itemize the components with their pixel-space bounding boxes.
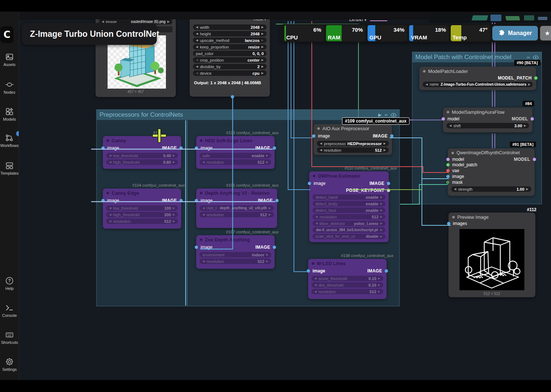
- node-image-resize[interactable]: mask ▾ ◀width2048▶ ◀height2048▶ ◀upscale…: [190, 15, 270, 97]
- sidebar-item-settings[interactable]: Settings: [0, 357, 19, 372]
- widget-detect-face[interactable]: detect_faceenable▶: [313, 207, 385, 213]
- widget-strength[interactable]: ◀strength1.00▶: [451, 186, 531, 192]
- image-output-port[interactable]: [385, 269, 388, 273]
- widget-shift[interactable]: ◀shift3.00▶: [446, 123, 529, 128]
- mask-input-port[interactable]: [446, 181, 449, 184]
- minimap[interactable]: [428, 13, 551, 23]
- group-title: Preprocessors for ControlNets: [100, 111, 375, 119]
- widget-width[interactable]: ◀width2048▶: [193, 24, 267, 30]
- node-title: ModelSamplingAuraFlow: [452, 109, 505, 115]
- widget-keep-proportion[interactable]: ◀keep_proportionresize▶: [193, 44, 267, 50]
- node-id-label: #103 comfyui_controlnet_aux: [226, 131, 279, 135]
- model-output-port[interactable]: [531, 117, 534, 121]
- image-input-port[interactable]: [195, 199, 198, 202]
- widget-resolution[interactable]: ◀resolution512▶: [106, 218, 178, 224]
- widget-scale-stick[interactable]: scale_stick_for_xinsr_cndisable▶: [313, 234, 385, 239]
- node-preview-image[interactable]: Preview Image images: [449, 213, 535, 297]
- widget-environment[interactable]: environmentindoor▶: [199, 252, 271, 257]
- gpu-meter: GPU 34%: [368, 25, 407, 41]
- image-output-port[interactable]: [179, 199, 183, 202]
- image-input-port[interactable]: [308, 182, 311, 185]
- widget-score-threshold[interactable]: ◀score_threshold0.10▶: [311, 276, 383, 281]
- widget-resolution[interactable]: ◀resolution512▶: [311, 289, 383, 294]
- image-output-port[interactable]: [231, 95, 234, 98]
- widget-resolution[interactable]: ◀resolution512▶: [313, 214, 385, 220]
- image-input-port[interactable]: [101, 147, 105, 150]
- image-output-port[interactable]: [273, 147, 276, 150]
- widget-low-threshold[interactable]: ◀low_threshold0.40▶: [106, 153, 178, 158]
- node-depth-anything-v2[interactable]: Depth Anything V2 - Relative image IMAGE…: [196, 189, 277, 228]
- widget-crop-position[interactable]: ◀crop_positioncenter▶: [193, 57, 267, 63]
- image-input-port[interactable]: [195, 147, 198, 150]
- sidebar-item-help[interactable]: ? Help: [0, 276, 19, 291]
- sidebar-item-console[interactable]: Console: [0, 303, 19, 318]
- widget-upscale-method[interactable]: ◀upscale_methodlanczos▶: [193, 38, 267, 43]
- widget-preprocessor[interactable]: ◀preprocessorHEDPreprocessor▶: [317, 141, 389, 146]
- sidebar-item-assets[interactable]: Assets: [0, 53, 19, 67]
- image-output-port[interactable]: [179, 147, 183, 150]
- link-icon[interactable]: ∞: [527, 55, 530, 60]
- favorites-button[interactable]: ★: [540, 26, 551, 40]
- model-patch-input-port[interactable]: [446, 163, 450, 167]
- sidebar-item-workflows[interactable]: 1 Workflows: [0, 133, 19, 148]
- node-qwen-diffsynth-controlnet[interactable]: QwenImageDiffsynthControlnet model MODEL…: [448, 148, 535, 196]
- widget-resolution[interactable]: ◀resolution512▶: [199, 259, 271, 264]
- image-input-port[interactable]: [446, 175, 450, 178]
- manager-button[interactable]: Manager: [492, 26, 538, 40]
- widget-dist-threshold[interactable]: ◀dist_threshold0.10▶: [311, 282, 383, 288]
- node-hed-softedge[interactable]: HED Soft-Edge Lines image IMAGE safeenab…: [196, 136, 275, 169]
- sidebar-item-shortcuts[interactable]: Shortcuts: [0, 330, 19, 345]
- run-group-icon[interactable]: ▶: [378, 112, 381, 117]
- widget-device[interactable]: ◀devicecpu▶: [193, 70, 267, 76]
- widget-safe[interactable]: safeenable▶: [199, 153, 271, 158]
- widget-model-name[interactable]: ◀nameZ-Image-Turbo-Fun-Controlnet-Union.…: [423, 82, 533, 87]
- widget-bbox-detector[interactable]: ◀bbox_detectoryolox_l.onnx▶: [313, 221, 385, 226]
- vae-input-port[interactable]: [446, 169, 450, 172]
- widget-resolution[interactable]: ◀resolution512▶: [199, 159, 271, 165]
- next-arrow-icon[interactable]: ▶: [167, 20, 170, 23]
- widget-resolution[interactable]: ◀resolution512▶: [317, 147, 389, 153]
- eye-icon[interactable]: [533, 55, 539, 59]
- widget-pad-color[interactable]: pad_color0, 0, 0: [193, 51, 267, 56]
- widget-height[interactable]: ◀height2048▶: [193, 31, 267, 36]
- image-input-port[interactable]: [101, 199, 105, 202]
- node-model-patch-loader[interactable]: ModelPatchLoader MODEL_PATCH ◀nameZ-Imag…: [419, 67, 536, 90]
- image-input-port[interactable]: [195, 246, 198, 249]
- widget-ckpt-name[interactable]: ◀ckpt_ndepth_anything_v2_vitl.pth▶: [199, 205, 274, 211]
- widget-detect-body[interactable]: detect_bodyenable▶: [313, 201, 385, 206]
- image-output-port[interactable]: [275, 199, 279, 202]
- widget-high-threshold[interactable]: ◀high_threshold200▶: [106, 212, 178, 217]
- node-zoe-depth[interactable]: Zoe Depth Anything image IMAGE environme…: [196, 235, 275, 269]
- image-input-port[interactable]: [307, 269, 310, 273]
- model-input-port[interactable]: [442, 117, 445, 121]
- node-canny-edge[interactable]: Canny Edge image IMAGE ◀low_threshold100…: [103, 189, 181, 229]
- image-output-port[interactable]: [390, 135, 393, 138]
- widget-low-threshold[interactable]: ◀low_threshold100▶: [106, 205, 178, 211]
- image-output-port[interactable]: [387, 182, 390, 185]
- node-model-sampling-auraflow[interactable]: ModelSamplingAuraFlow model MODEL ◀shift…: [443, 108, 532, 132]
- comfyui-logo[interactable]: C: [0, 26, 13, 43]
- widget-high-threshold[interactable]: ◀high_threshold0.80▶: [106, 159, 178, 165]
- node-dwpose-estimator[interactable]: DWPose Estimator image IMAGE POSE_KEYPOI…: [309, 171, 389, 242]
- sidebar-item-nodes[interactable]: Nodes: [0, 80, 19, 94]
- node-mlsd-lines[interactable]: M-LSD Lines image IMAGE ◀score_threshold…: [308, 259, 387, 299]
- widget-pose-estimator[interactable]: dw-ll_ucoco_384_bs5.torchscript.pt▶: [313, 227, 385, 233]
- sidebar-item-models[interactable]: Models: [0, 107, 19, 121]
- image-input-port[interactable]: [312, 135, 315, 138]
- widget-divisible-by[interactable]: ◀divisible_by2▶: [193, 64, 267, 69]
- node-canny[interactable]: Canny image IMAGE ◀low_threshold0.40▶ ◀h…: [103, 136, 181, 169]
- node-aio-aux-preprocessor[interactable]: AIO Aux Preprocessor image IMAGE ◀prepro…: [314, 124, 392, 155]
- pose-keypoint-output-port[interactable]: [387, 189, 390, 192]
- image-output-port[interactable]: [273, 246, 276, 249]
- model-output-port[interactable]: [533, 158, 536, 161]
- images-input-port[interactable]: [447, 222, 450, 225]
- model-input-port[interactable]: [446, 158, 450, 161]
- model-patch-output-port[interactable]: [534, 76, 538, 79]
- sidebar-item-templates[interactable]: Templates: [0, 161, 19, 175]
- workflow-title-dropdown[interactable]: Z-Image Turbo Union ControlNet: [22, 23, 157, 45]
- eye-icon[interactable]: [391, 113, 396, 117]
- node-title: HED Soft-Edge Lines: [205, 138, 252, 143]
- widget-detect-hand[interactable]: detect_handenable▶: [313, 194, 385, 200]
- widget-resolution[interactable]: ◀resolution512▶: [199, 212, 274, 217]
- link-icon[interactable]: ∞: [384, 112, 388, 117]
